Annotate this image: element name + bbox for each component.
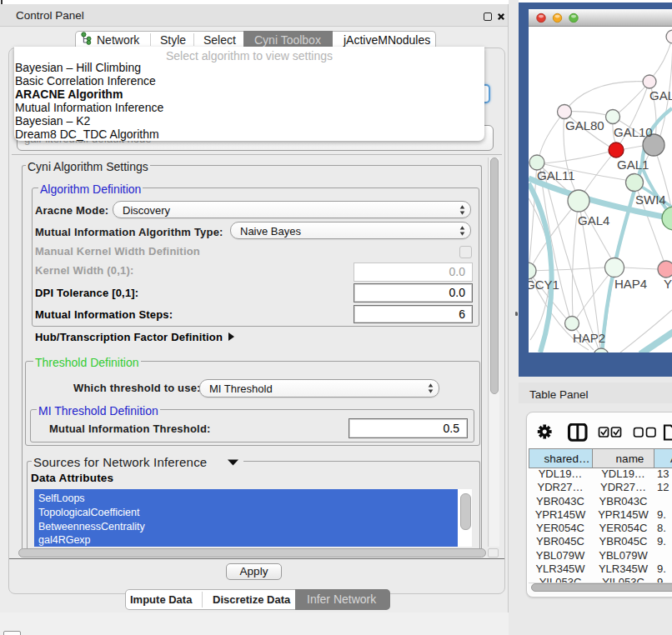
svg-text:GAL80: GAL80 (565, 118, 604, 132)
svg-text:HAP2: HAP2 (573, 331, 605, 345)
svg-text:Y: Y (664, 277, 672, 291)
svg-text:GAL10: GAL10 (614, 125, 653, 139)
svg-text:GAL1: GAL1 (617, 158, 649, 172)
svg-text:GAL: GAL (649, 88, 672, 102)
svg-text:SWI4: SWI4 (635, 192, 666, 207)
svg-text:HAP4: HAP4 (614, 277, 647, 291)
svg-text:GCY1: GCY1 (529, 278, 559, 292)
svg-text:GAL11: GAL11 (537, 168, 575, 182)
svg-text:GAL4: GAL4 (578, 213, 609, 228)
